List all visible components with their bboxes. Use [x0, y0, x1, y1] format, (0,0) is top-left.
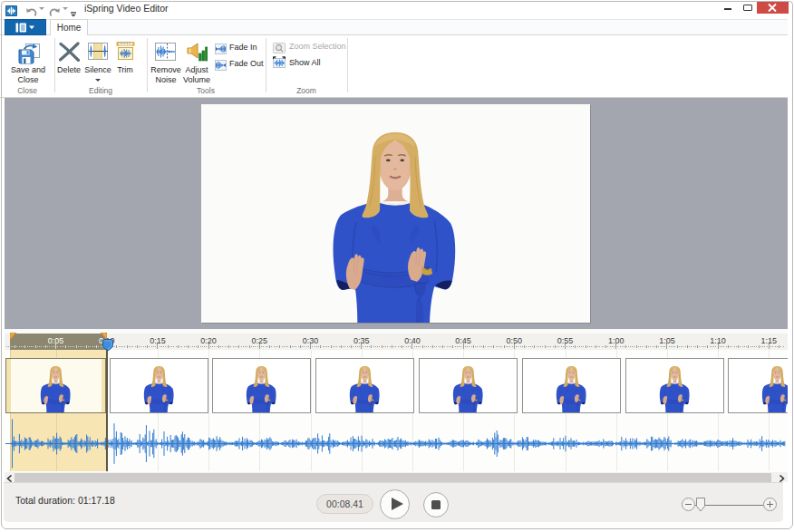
svg-text:0:15: 0:15 — [150, 336, 166, 345]
svg-text:0:05: 0:05 — [48, 336, 64, 345]
svg-text:1:10: 1:10 — [710, 336, 726, 345]
svg-text:1:00: 1:00 — [608, 336, 625, 345]
svg-text:0:30: 0:30 — [303, 336, 319, 345]
svg-text:1:15: 1:15 — [761, 336, 778, 345]
svg-text:0:25: 0:25 — [252, 336, 268, 345]
svg-text:0:40: 0:40 — [404, 336, 421, 345]
svg-text:0:50: 0:50 — [507, 336, 523, 345]
svg-text:0:45: 0:45 — [455, 336, 471, 345]
svg-text:1:05: 1:05 — [659, 336, 675, 345]
svg-text:0:20: 0:20 — [200, 336, 217, 345]
svg-text:0:55: 0:55 — [557, 336, 574, 345]
svg-text:0:35: 0:35 — [353, 336, 370, 345]
